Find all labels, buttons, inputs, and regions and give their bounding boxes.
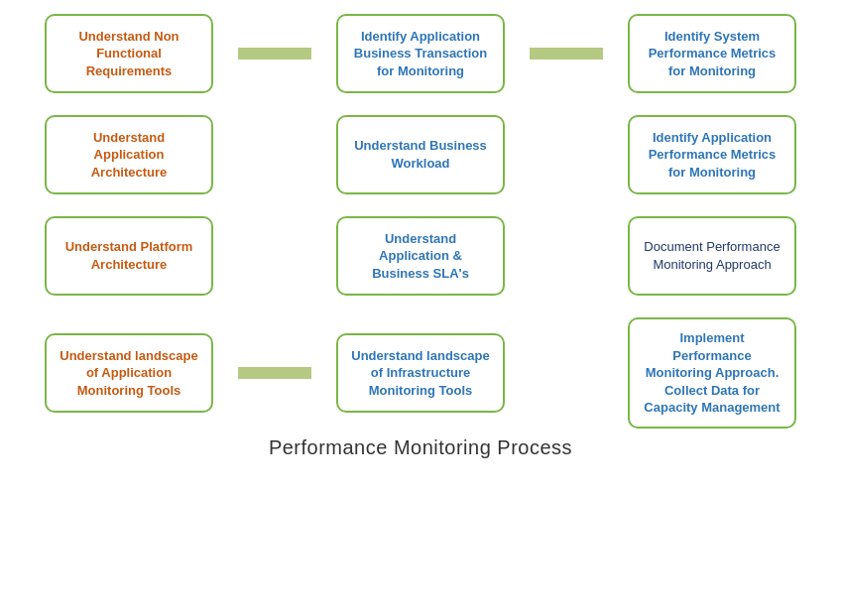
h-spacer xyxy=(530,48,603,60)
process-box: Understand Platform Architecture xyxy=(45,216,213,296)
boxes-row: Understand Platform ArchitectureUndersta… xyxy=(20,216,821,296)
box-column: Document Performance Monitoring Approach xyxy=(603,216,821,296)
boxes-row: Understand Application ArchitectureUnder… xyxy=(20,115,821,194)
v-connectors-row xyxy=(20,93,821,115)
box-column: Understand Platform Architecture xyxy=(20,216,238,296)
process-box: Identify System Performance Metrics for … xyxy=(628,14,796,93)
process-box: Document Performance Monitoring Approach xyxy=(628,216,796,296)
process-box: Identify Application Business Transactio… xyxy=(336,14,505,93)
box-column: Understand Application Architecture xyxy=(20,115,238,194)
h-spacer xyxy=(238,48,311,60)
process-box: Understand Non Functional Requirements xyxy=(45,14,213,93)
box-column: Understand landscape of Infrastructure M… xyxy=(311,333,530,413)
h-connector-line xyxy=(238,48,311,60)
diagram-container: Understand Non Functional RequirementsId… xyxy=(20,10,821,465)
box-column: Understand landscape of Application Moni… xyxy=(20,333,238,413)
h-connector-line xyxy=(530,48,603,60)
box-column: Understand Non Functional Requirements xyxy=(20,14,238,93)
v-connectors-row xyxy=(20,194,821,216)
process-grid: Understand Non Functional RequirementsId… xyxy=(20,14,821,429)
process-box: Identify Application Performance Metrics… xyxy=(628,115,796,194)
process-box: Understand Application & Business SLA's xyxy=(336,216,505,296)
h-spacer xyxy=(238,367,311,379)
box-column: Identify System Performance Metrics for … xyxy=(603,14,821,93)
boxes-row: Understand Non Functional RequirementsId… xyxy=(20,14,821,93)
box-column: Understand Business Workload xyxy=(311,115,530,194)
h-connector-line xyxy=(238,367,311,379)
box-column: Implement Performance Monitoring Approac… xyxy=(603,317,821,429)
process-box: Understand Application Architecture xyxy=(45,115,213,194)
process-box: Implement Performance Monitoring Approac… xyxy=(628,317,796,429)
boxes-row: Understand landscape of Application Moni… xyxy=(20,317,821,429)
box-column: Understand Application & Business SLA's xyxy=(311,216,530,296)
box-column: Identify Application Performance Metrics… xyxy=(603,115,821,194)
diagram-title: Performance Monitoring Process xyxy=(269,429,572,465)
process-box: Understand Business Workload xyxy=(336,115,505,194)
v-connectors-row xyxy=(20,296,821,317)
box-column: Identify Application Business Transactio… xyxy=(311,14,530,93)
process-box: Understand landscape of Application Moni… xyxy=(45,333,213,413)
process-box: Understand landscape of Infrastructure M… xyxy=(336,333,505,413)
